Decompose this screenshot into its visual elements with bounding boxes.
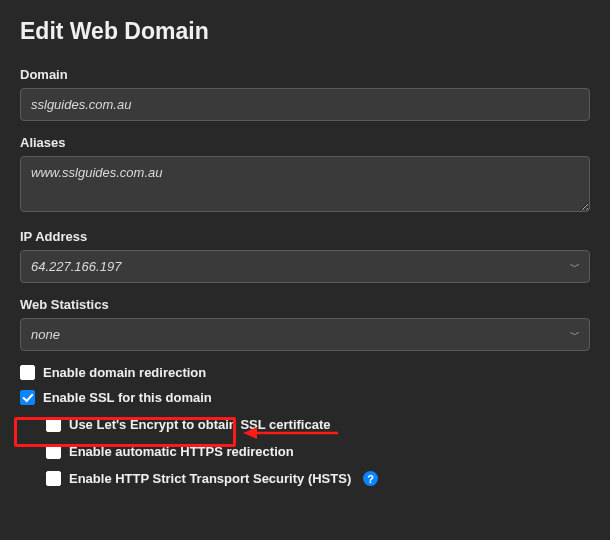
ip-field: IP Address 64.227.166.197 ﹀ — [20, 229, 590, 283]
ip-select[interactable]: 64.227.166.197 — [20, 250, 590, 283]
redirect-label: Enable domain redirection — [43, 365, 206, 380]
aliases-input[interactable]: www.sslguides.com.au — [20, 156, 590, 212]
hsts-label: Enable HTTP Strict Transport Security (H… — [69, 471, 351, 486]
https-redirect-label: Enable automatic HTTPS redirection — [69, 444, 294, 459]
ip-label: IP Address — [20, 229, 590, 244]
domain-input[interactable] — [20, 88, 590, 121]
letsencrypt-checkbox[interactable] — [46, 417, 61, 432]
redirect-row: Enable domain redirection — [20, 365, 590, 380]
ssl-checkbox[interactable] — [20, 390, 35, 405]
webstats-field: Web Statistics none ﹀ — [20, 297, 590, 351]
help-icon[interactable]: ? — [363, 471, 378, 486]
domain-field: Domain — [20, 67, 590, 121]
hsts-row: Enable HTTP Strict Transport Security (H… — [46, 471, 590, 486]
page-title: Edit Web Domain — [20, 18, 590, 45]
webstats-select[interactable]: none — [20, 318, 590, 351]
https-redirect-checkbox[interactable] — [46, 444, 61, 459]
letsencrypt-label: Use Let's Encrypt to obtain SSL certific… — [69, 417, 330, 432]
aliases-field: Aliases www.sslguides.com.au — [20, 135, 590, 215]
letsencrypt-row: Use Let's Encrypt to obtain SSL certific… — [46, 417, 590, 432]
https-redirect-row: Enable automatic HTTPS redirection — [46, 444, 590, 459]
webstats-label: Web Statistics — [20, 297, 590, 312]
hsts-checkbox[interactable] — [46, 471, 61, 486]
aliases-label: Aliases — [20, 135, 590, 150]
redirect-checkbox[interactable] — [20, 365, 35, 380]
ssl-label: Enable SSL for this domain — [43, 390, 212, 405]
domain-label: Domain — [20, 67, 590, 82]
ssl-row: Enable SSL for this domain — [20, 390, 590, 405]
